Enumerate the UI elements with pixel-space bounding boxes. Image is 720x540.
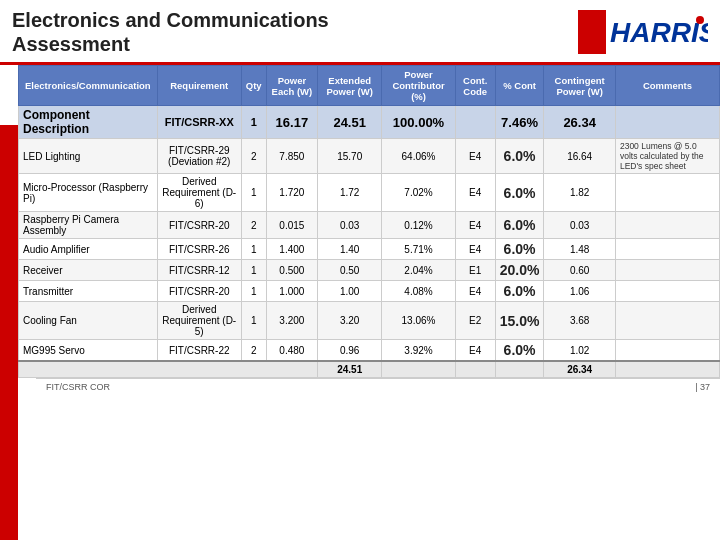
table-row: Cooling Fan Derived Requirement (D-5) 1 …: [19, 302, 720, 340]
total-spacer1: [382, 361, 456, 378]
row-cont-code: E4: [455, 239, 495, 260]
row-pct-cont: 6.0%: [495, 139, 544, 174]
row-pct-cont: 20.0%: [495, 260, 544, 281]
table-row: LED Lighting FIT/CSRR-29 (Deviation #2) …: [19, 139, 720, 174]
row-cont-code: E4: [455, 174, 495, 212]
row-contingent-power: 1.02: [544, 340, 616, 362]
row-extended-power: 0.03: [318, 212, 382, 239]
row-comments: 2300 Lumens @ 5.0 volts calculated by th…: [615, 139, 719, 174]
row-pct-cont: 6.0%: [495, 340, 544, 362]
logo: HARRIS: [578, 10, 708, 54]
row-contingent-power: 0.60: [544, 260, 616, 281]
row-requirement: FIT/CSRR-29 (Deviation #2): [157, 139, 241, 174]
row-extended-power: 1.72: [318, 174, 382, 212]
col-header-power-each: Power Each (W): [266, 66, 317, 106]
row-cont-code: E1: [455, 260, 495, 281]
col-header-qty: Qty: [241, 66, 266, 106]
row-power-contributor: 0.12%: [382, 212, 456, 239]
component-summary-row: Component Description FIT/CSRR-XX 1 16.1…: [19, 106, 720, 139]
row-comments: [615, 281, 719, 302]
component-power-each: 16.17: [266, 106, 317, 139]
row-requirement: FIT/CSRR-22: [157, 340, 241, 362]
table-row: Receiver FIT/CSRR-12 1 0.500 0.50 2.04% …: [19, 260, 720, 281]
col-header-requirement: Requirement: [157, 66, 241, 106]
row-requirement: FIT/CSRR-26: [157, 239, 241, 260]
row-component: LED Lighting: [19, 139, 158, 174]
red-sidebar: [0, 125, 18, 540]
svg-rect-0: [578, 10, 606, 54]
component-power-contributor: 100.00%: [382, 106, 456, 139]
row-qty: 1: [241, 302, 266, 340]
row-power-contributor: 4.08%: [382, 281, 456, 302]
row-component: Micro-Processor (Raspberry Pi): [19, 174, 158, 212]
row-requirement: FIT/CSRR-20: [157, 212, 241, 239]
row-component: Cooling Fan: [19, 302, 158, 340]
row-power-contributor: 5.71%: [382, 239, 456, 260]
row-requirement: Derived Requirement (D-6): [157, 174, 241, 212]
component-contingent-power: 26.34: [544, 106, 616, 139]
footer: FIT/CSRR COR | 37: [36, 378, 720, 395]
row-pct-cont: 6.0%: [495, 239, 544, 260]
total-spacer4: [615, 361, 719, 378]
row-contingent-power: 1.82: [544, 174, 616, 212]
col-header-contingent-power: Contingent Power (W): [544, 66, 616, 106]
page-title: Electronics and Communications Assessmen…: [12, 8, 329, 56]
row-cont-code: E4: [455, 212, 495, 239]
row-pct-cont: 6.0%: [495, 174, 544, 212]
row-extended-power: 0.50: [318, 260, 382, 281]
row-comments: [615, 302, 719, 340]
row-power-contributor: 2.04%: [382, 260, 456, 281]
total-contingent-power: 26.34: [544, 361, 616, 378]
row-extended-power: 1.00: [318, 281, 382, 302]
row-power-each: 0.500: [266, 260, 317, 281]
col-header-power-contributor: Power Contributor (%): [382, 66, 456, 106]
row-requirement: Derived Requirement (D-5): [157, 302, 241, 340]
row-contingent-power: 3.68: [544, 302, 616, 340]
table-row: Raspberry Pi Camera Assembly FIT/CSRR-20…: [19, 212, 720, 239]
row-qty: 1: [241, 281, 266, 302]
row-extended-power: 0.96: [318, 340, 382, 362]
row-pct-cont: 6.0%: [495, 281, 544, 302]
row-qty: 2: [241, 340, 266, 362]
row-comments: [615, 212, 719, 239]
row-power-each: 7.850: [266, 139, 317, 174]
row-cont-code: E4: [455, 340, 495, 362]
col-header-comments: Comments: [615, 66, 719, 106]
row-comments: [615, 340, 719, 362]
total-extended-power: 24.51: [318, 361, 382, 378]
total-spacer3: [495, 361, 544, 378]
row-component: MG995 Servo: [19, 340, 158, 362]
row-qty: 2: [241, 212, 266, 239]
component-qty: 1: [241, 106, 266, 139]
table-row: Micro-Processor (Raspberry Pi) Derived R…: [19, 174, 720, 212]
row-cont-code: E4: [455, 139, 495, 174]
row-qty: 2: [241, 139, 266, 174]
svg-text:HARRIS: HARRIS: [610, 17, 708, 48]
table-container: Electronics/Communication Requirement Qt…: [18, 65, 720, 395]
row-power-each: 1.720: [266, 174, 317, 212]
row-component: Receiver: [19, 260, 158, 281]
row-pct-cont: 6.0%: [495, 212, 544, 239]
row-pct-cont: 15.0%: [495, 302, 544, 340]
row-power-each: 1.400: [266, 239, 317, 260]
col-header-component: Electronics/Communication: [19, 66, 158, 106]
row-component: Audio Amplifier: [19, 239, 158, 260]
row-power-contributor: 7.02%: [382, 174, 456, 212]
row-power-each: 1.000: [266, 281, 317, 302]
row-cont-code: E2: [455, 302, 495, 340]
row-component: Raspberry Pi Camera Assembly: [19, 212, 158, 239]
table-row: Audio Amplifier FIT/CSRR-26 1 1.400 1.40…: [19, 239, 720, 260]
total-label: [19, 361, 318, 378]
title-block: Electronics and Communications Assessmen…: [12, 8, 329, 56]
row-requirement: FIT/CSRR-20: [157, 281, 241, 302]
header: Electronics and Communications Assessmen…: [0, 0, 720, 65]
row-contingent-power: 16.64: [544, 139, 616, 174]
total-spacer2: [455, 361, 495, 378]
component-desc-label: Component Description: [19, 106, 158, 139]
component-comments: [615, 106, 719, 139]
row-power-each: 0.480: [266, 340, 317, 362]
row-qty: 1: [241, 174, 266, 212]
harris-logo-svg: HARRIS: [578, 10, 708, 54]
component-cont-code: [455, 106, 495, 139]
row-requirement: FIT/CSRR-12: [157, 260, 241, 281]
